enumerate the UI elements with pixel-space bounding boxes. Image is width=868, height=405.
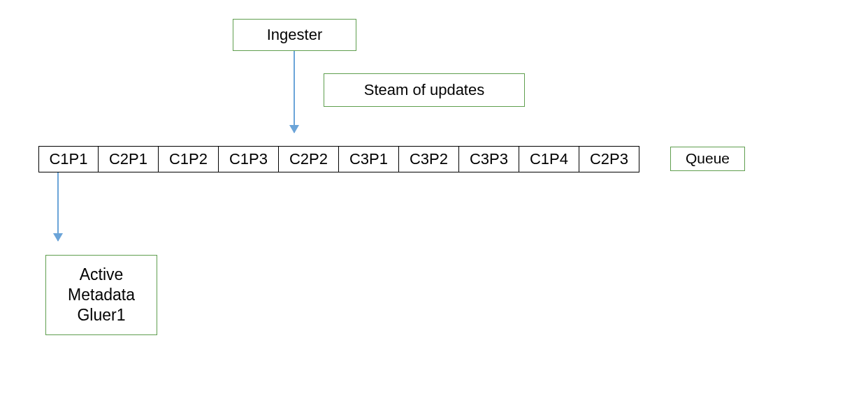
gluer-line1: Active (80, 265, 124, 285)
queue-cell-label: C1P2 (169, 150, 208, 168)
queue-cell: C1P3 (219, 146, 279, 172)
ingester-label: Ingester (267, 27, 323, 43)
queue-cell: C3P1 (339, 146, 399, 172)
gluer-line2: Metadata (68, 285, 135, 305)
queue-cell-label: C2P2 (289, 150, 328, 168)
queue-cell-label: C2P1 (109, 150, 147, 168)
stream-box: Steam of updates (324, 73, 525, 107)
queue-cell: C2P1 (99, 146, 159, 172)
ingester-box: Ingester (233, 19, 356, 51)
queue-cell-label: C2P3 (590, 150, 628, 168)
diagram-canvas: Ingester Steam of updates C1P1 C2P1 C1P2… (0, 0, 868, 405)
queue-cell: C1P1 (38, 146, 99, 172)
arrow-ingester-to-queue (294, 51, 295, 133)
queue-cell-label: C3P2 (410, 150, 448, 168)
gluer-box: Active Metadata Gluer1 (45, 255, 157, 335)
queue-cell-label: C3P3 (470, 150, 508, 168)
queue-cell-label: C1P4 (530, 150, 568, 168)
queue-cell: C2P2 (279, 146, 339, 172)
queue-label-box: Queue (670, 147, 745, 171)
queue-cell-label: C1P3 (229, 150, 268, 168)
queue-cell: C3P3 (459, 146, 519, 172)
queue-cell-label: C3P1 (349, 150, 388, 168)
queue-cell: C1P2 (159, 146, 219, 172)
queue-row: C1P1 C2P1 C1P2 C1P3 C2P2 C3P1 C3P2 C3P3 … (38, 146, 639, 172)
queue-label-text: Queue (686, 151, 730, 166)
queue-cell-label: C1P1 (49, 150, 87, 168)
queue-cell: C1P4 (519, 146, 579, 172)
queue-cell: C3P2 (399, 146, 459, 172)
arrow-queue-to-gluer (57, 172, 59, 241)
queue-cell: C2P3 (579, 146, 639, 172)
stream-label: Steam of updates (364, 82, 484, 98)
gluer-line3: Gluer1 (77, 305, 125, 325)
